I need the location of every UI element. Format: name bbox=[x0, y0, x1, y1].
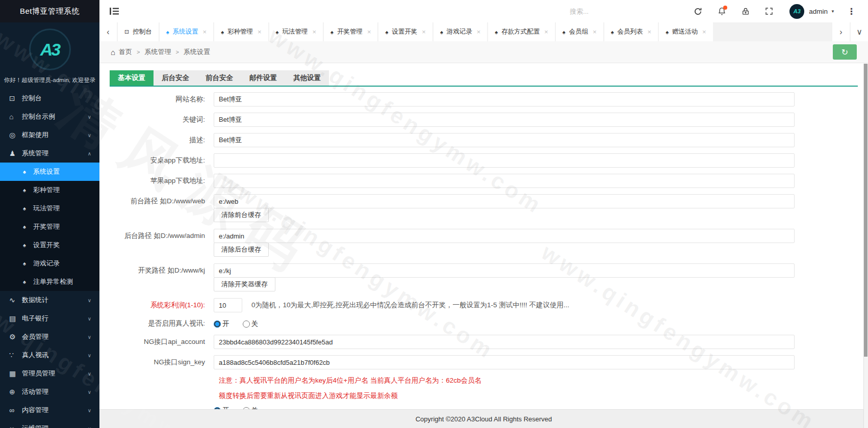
radio-option[interactable]: 开 bbox=[214, 319, 229, 329]
open-tab[interactable]: ♠开奖管理× bbox=[324, 22, 377, 41]
tree-icon: ♠ bbox=[166, 29, 169, 35]
settings-tab[interactable]: 基本设置 bbox=[110, 70, 154, 86]
breadcrumb-item[interactable]: 首页 bbox=[119, 48, 132, 56]
sidebar-item[interactable]: ◎框架使用∨ bbox=[0, 126, 99, 144]
field-body: 清除前台缓存 bbox=[214, 194, 858, 222]
text-input[interactable] bbox=[214, 263, 795, 278]
text-input[interactable] bbox=[214, 174, 795, 188]
open-tab[interactable]: ♠玩法管理× bbox=[269, 22, 323, 41]
sidebar-item-label: 运维管理 bbox=[22, 424, 48, 428]
open-tab[interactable]: ♠系统设置× bbox=[160, 22, 213, 41]
tree-icon: ♠ bbox=[23, 187, 33, 193]
more-menu-icon[interactable]: ⋮ bbox=[847, 6, 856, 17]
close-icon[interactable]: × bbox=[593, 28, 597, 36]
open-tab[interactable]: ♠彩种管理× bbox=[214, 22, 268, 41]
close-icon[interactable]: × bbox=[544, 28, 548, 36]
sidebar-subitem[interactable]: ♠开奖管理 bbox=[0, 218, 99, 236]
close-icon[interactable]: × bbox=[312, 28, 316, 36]
sidebar-item[interactable]: ⊡控制台 bbox=[0, 89, 99, 108]
text-input[interactable] bbox=[214, 194, 795, 208]
sidebar-subitem-label: 玩法管理 bbox=[33, 204, 60, 213]
field-body bbox=[214, 133, 858, 147]
sidebar-subitem-label: 注单异常检测 bbox=[33, 277, 73, 286]
sidebar-subitem[interactable]: ♠玩法管理 bbox=[0, 199, 99, 218]
settings-tab[interactable]: 其他设置 bbox=[285, 70, 329, 86]
sidebar-item[interactable]: ▤电子银行∨ bbox=[0, 309, 99, 328]
open-tab[interactable]: ⊡控制台 bbox=[118, 22, 159, 41]
form-row: NG接口api_account bbox=[110, 335, 858, 349]
sidebar-item[interactable]: ⊕活动管理∨ bbox=[0, 383, 99, 401]
sidebar-item[interactable]: ∞运维管理∨ bbox=[0, 419, 99, 428]
clear-cache-button[interactable]: 清除前台缓存 bbox=[214, 208, 269, 222]
close-icon[interactable]: × bbox=[422, 28, 426, 36]
sidebar-item[interactable]: ∿数据统计∨ bbox=[0, 291, 99, 309]
tree-icon: ♠ bbox=[495, 29, 498, 35]
radio-input[interactable] bbox=[214, 320, 221, 328]
open-tab[interactable]: ♠赠送活动× bbox=[659, 22, 712, 41]
close-icon[interactable]: × bbox=[258, 28, 262, 36]
tabs-scroll-left-button[interactable]: ‹ bbox=[99, 22, 117, 41]
sidebar-item-label: 控制台 bbox=[22, 94, 42, 103]
open-tab[interactable]: ♠会员列表× bbox=[604, 22, 658, 41]
sidebar-toggle-icon[interactable] bbox=[110, 7, 119, 15]
text-input[interactable] bbox=[214, 229, 795, 243]
settings-tabs: 基本设置后台安全前台安全邮件设置其他设置 bbox=[110, 70, 858, 87]
lock-icon[interactable] bbox=[742, 7, 750, 16]
settings-tab[interactable]: 邮件设置 bbox=[241, 70, 285, 86]
home-icon: ⌂ bbox=[111, 48, 115, 57]
close-icon[interactable]: × bbox=[648, 28, 652, 36]
user-menu[interactable]: admin ▼ bbox=[809, 8, 835, 15]
profit-input[interactable] bbox=[214, 298, 242, 312]
sidebar-item-label: 活动管理 bbox=[22, 387, 48, 396]
avatar[interactable]: A3 bbox=[789, 4, 804, 19]
sidebar-item-label: 真人视讯 bbox=[22, 351, 48, 360]
settings-tab[interactable]: 前台安全 bbox=[197, 70, 241, 86]
sidebar-item[interactable]: ∵真人视讯∨ bbox=[0, 346, 99, 364]
fullscreen-icon[interactable] bbox=[765, 7, 773, 15]
sidebar-subitem[interactable]: ♠注单异常检测 bbox=[0, 273, 99, 291]
radio-input[interactable] bbox=[243, 320, 250, 328]
text-input[interactable] bbox=[214, 113, 795, 127]
text-input[interactable] bbox=[214, 355, 795, 369]
notifications-bell-icon[interactable] bbox=[718, 7, 726, 16]
open-tab[interactable]: ♠存款方式配置× bbox=[488, 22, 554, 41]
scrollbar-thumb[interactable] bbox=[864, 64, 867, 357]
breadcrumb-item[interactable]: 系统管理 bbox=[145, 48, 171, 56]
sidebar-item[interactable]: ♟系统管理∧ bbox=[0, 144, 99, 163]
clear-cache-button[interactable]: 清除开奖器缓存 bbox=[214, 277, 275, 291]
sidebar-item[interactable]: ⚙会员管理∨ bbox=[0, 328, 99, 346]
settings-tab[interactable]: 后台安全 bbox=[154, 70, 197, 86]
text-input[interactable] bbox=[214, 92, 795, 106]
clear-cache-button[interactable]: 清除后台缓存 bbox=[214, 243, 269, 257]
close-icon[interactable]: × bbox=[203, 28, 207, 36]
text-input[interactable] bbox=[214, 335, 795, 349]
sidebar-subitem[interactable]: ♠彩种管理 bbox=[0, 181, 99, 199]
tabs-dropdown-button[interactable]: ∨ bbox=[851, 22, 868, 41]
text-input[interactable] bbox=[214, 153, 795, 168]
refresh-page-button[interactable]: ↻ bbox=[833, 44, 857, 60]
sidebar-item[interactable]: ▦管理员管理∨ bbox=[0, 364, 99, 383]
radio-option[interactable]: 关 bbox=[243, 319, 259, 329]
search-input[interactable] bbox=[569, 7, 635, 16]
sidebar-subitem[interactable]: ♠游戏记录 bbox=[0, 254, 99, 273]
gear-icon: ⚙ bbox=[9, 333, 22, 341]
refresh-icon[interactable] bbox=[694, 7, 702, 16]
open-tab[interactable]: ♠设置开奖× bbox=[378, 22, 432, 41]
open-tab[interactable]: ♠游戏记录× bbox=[433, 22, 487, 41]
close-icon[interactable]: × bbox=[477, 28, 481, 36]
chevron-down-icon: ∨ bbox=[88, 353, 91, 358]
open-tab[interactable]: ♠会员组× bbox=[556, 22, 603, 41]
sidebar-item[interactable]: ∞内容管理∨ bbox=[0, 401, 99, 419]
field-body bbox=[214, 335, 858, 349]
close-icon[interactable]: × bbox=[367, 28, 371, 36]
field-label: NG接口sign_key bbox=[110, 355, 214, 369]
sidebar-subitem[interactable]: ♠系统设置 bbox=[0, 163, 99, 181]
open-tab-label: 赠送活动 bbox=[672, 28, 698, 36]
tabs-scroll-right-button[interactable]: › bbox=[832, 22, 850, 41]
sidebar-item-label: 系统管理 bbox=[22, 149, 48, 158]
sidebar-item-label: 内容管理 bbox=[22, 406, 48, 415]
sidebar-subitem[interactable]: ♠设置开奖 bbox=[0, 236, 99, 254]
close-icon[interactable]: × bbox=[702, 28, 706, 36]
text-input[interactable] bbox=[214, 133, 795, 147]
sidebar-item[interactable]: ⌂控制台示例∨ bbox=[0, 108, 99, 126]
